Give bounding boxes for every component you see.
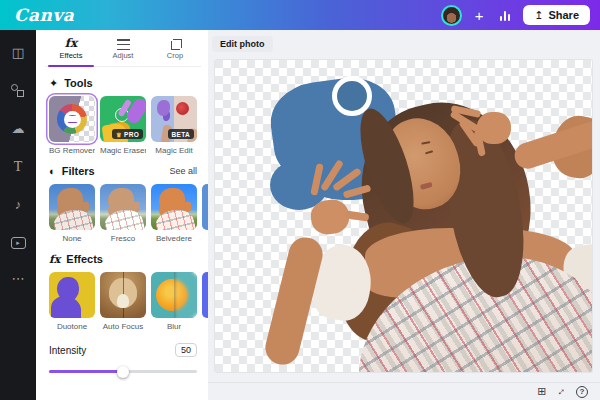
filter-belvedere-thumbnail: [151, 184, 197, 230]
help-icon[interactable]: ?: [576, 386, 588, 398]
share-upload-icon: ↥: [534, 10, 543, 21]
audio-icon[interactable]: ♪: [10, 197, 26, 213]
avatar[interactable]: [441, 5, 462, 26]
magic-edit-thumbnail: BETA: [151, 96, 197, 142]
filter-none[interactable]: None: [49, 184, 95, 243]
design-icon[interactable]: ◫: [10, 45, 26, 61]
auto-focus-thumbnail: [100, 272, 146, 318]
insights-chart-icon[interactable]: [500, 10, 510, 21]
pro-badge: ♛PRO: [112, 129, 143, 139]
tool-magic-eraser[interactable]: ♛PRO Magic Eraser: [100, 96, 146, 155]
canva-logo: Canva: [14, 5, 74, 25]
crown-icon: ♛: [116, 131, 122, 138]
effect-duotone[interactable]: Duotone: [49, 272, 95, 331]
fullscreen-icon[interactable]: ↕: [555, 386, 567, 398]
filter-belvedere[interactable]: Belvedere: [151, 184, 197, 243]
tab-effects[interactable]: fx Effects: [45, 30, 97, 66]
fx-icon: fx: [49, 254, 60, 265]
elements-icon[interactable]: [10, 83, 26, 99]
tools-title: Tools: [64, 77, 93, 89]
intensity-row: Intensity 50: [49, 343, 197, 357]
panel-tabs: fx Effects Adjust Crop: [45, 30, 201, 67]
top-bar-actions: + ↥ Share: [441, 5, 590, 26]
intensity-slider[interactable]: [49, 365, 197, 377]
design-canvas[interactable]: [215, 60, 592, 372]
video-icon[interactable]: ▸: [11, 237, 26, 249]
status-bar: ⊞ ↕ ?: [208, 382, 600, 400]
magic-eraser-thumbnail: ♛PRO: [100, 96, 146, 142]
slider-thumb[interactable]: [117, 366, 129, 378]
intensity-label: Intensity: [49, 345, 86, 356]
slider-fill: [49, 370, 123, 373]
effects-section-header: fx Effects: [49, 253, 197, 265]
top-bar: Canva + ↥ Share: [0, 0, 600, 30]
crop-icon: [170, 39, 181, 50]
filters-row: None Fresco Belvedere: [49, 184, 197, 243]
filter-none-thumbnail: [49, 184, 95, 230]
tool-bg-remover[interactable]: BG Remover: [49, 96, 95, 155]
share-button[interactable]: ↥ Share: [523, 5, 590, 25]
add-member-button[interactable]: +: [471, 7, 487, 24]
split-divider: [174, 272, 176, 318]
tools-section-header: ✦ Tools: [49, 77, 197, 89]
fx-icon: fx: [65, 37, 77, 50]
filters-icon: ◐: [49, 166, 56, 177]
tool-magic-edit[interactable]: BETA Magic Edit: [151, 96, 197, 155]
duotone-thumbnail: [49, 272, 95, 318]
beta-badge: BETA: [168, 129, 194, 139]
sliders-icon: [117, 39, 130, 50]
effects-row: Duotone Auto Focus Blur: [49, 272, 197, 331]
eraser-ring-icon: [115, 108, 129, 122]
filter-fresco[interactable]: Fresco: [100, 184, 146, 243]
intensity-value-field[interactable]: 50: [175, 343, 197, 357]
canvas-area: Edit photo: [208, 30, 600, 400]
filter-fresco-thumbnail: [100, 184, 146, 230]
tab-adjust[interactable]: Adjust: [97, 30, 149, 66]
bg-remover-thumbnail: [49, 96, 95, 142]
blur-thumbnail: [151, 272, 197, 318]
see-all-link[interactable]: See all: [169, 166, 197, 176]
effects-title: Effects: [66, 253, 103, 265]
grid-view-icon[interactable]: ⊞: [537, 386, 546, 397]
filters-title: Filters: [62, 165, 95, 177]
edit-panel: fx Effects Adjust Crop ✦ Tools BG Remove…: [36, 30, 208, 400]
filters-section-header: ◐ Filters See all: [49, 165, 197, 177]
uploads-icon[interactable]: ☁: [10, 121, 26, 137]
edit-photo-button[interactable]: Edit photo: [212, 36, 273, 52]
split-divider: [123, 272, 125, 318]
nav-rail: ◫ ☁ T ♪ ▸ ⋯: [0, 30, 36, 400]
effect-auto-focus[interactable]: Auto Focus: [100, 272, 146, 331]
color-ring-icon: [57, 104, 87, 134]
share-label: Share: [548, 9, 579, 21]
effect-blur[interactable]: Blur: [151, 272, 197, 331]
tools-row: BG Remover ♛PRO Magic Eraser BETA Magic …: [49, 96, 197, 155]
text-icon[interactable]: T: [10, 159, 26, 175]
magic-wand-icon: ✦: [49, 78, 58, 89]
more-icon[interactable]: ⋯: [10, 271, 26, 287]
tab-crop[interactable]: Crop: [149, 30, 201, 66]
